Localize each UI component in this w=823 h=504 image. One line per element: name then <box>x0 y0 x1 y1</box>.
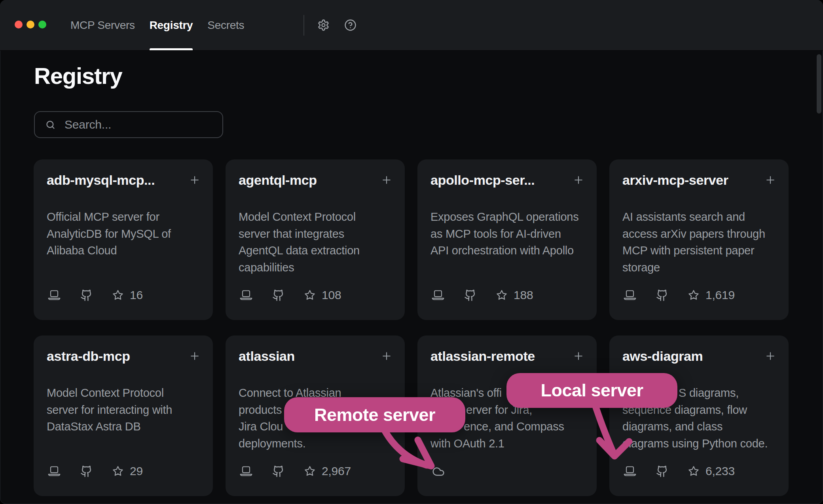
star-icon <box>112 466 123 477</box>
maximize-window-button[interactable] <box>38 21 46 28</box>
card-footer: 188 <box>431 288 533 302</box>
star-count: 188 <box>514 288 533 302</box>
server-name: atlassian-remote <box>430 347 535 365</box>
help-icon[interactable] <box>344 19 357 31</box>
server-description: Model Context Protocolserver for interac… <box>47 385 202 435</box>
toolbar-divider <box>303 15 304 36</box>
cloud-icon <box>431 465 446 478</box>
card-description-line: with OAuth 2.1 <box>430 435 586 452</box>
search-box <box>34 111 223 138</box>
card-description-line: erver for Jira, <box>430 402 586 419</box>
github-icon[interactable] <box>464 289 476 301</box>
card-footer: 29 <box>47 464 143 478</box>
server-card[interactable]: agentql-mcp Model Context Protocolserver… <box>226 159 405 320</box>
search-icon <box>45 119 56 130</box>
card-footer: 2,967 <box>239 464 351 478</box>
laptop-icon <box>47 289 61 301</box>
server-description: Connect to AtlassianproductsJira Cloudep… <box>239 385 394 452</box>
star-count: 2,967 <box>322 464 351 478</box>
main-nav-tabs: MCP Servers Registry Secrets <box>70 0 244 50</box>
card-grid: adb-mysql-mcp... Official MCP server for… <box>34 159 789 496</box>
card-description-line: AgentQL data extraction <box>239 242 394 259</box>
server-name: atlassian <box>239 347 295 365</box>
star-icon <box>688 466 699 477</box>
add-server-button[interactable] <box>764 174 776 186</box>
github-icon[interactable] <box>272 289 284 301</box>
tab-secrets[interactable]: Secrets <box>207 0 244 50</box>
card-description-line: server that integrates <box>239 225 394 243</box>
search-input[interactable] <box>64 118 217 131</box>
server-card[interactable]: atlassian-remote Atlassian's offierver f… <box>417 335 597 496</box>
server-name: astra-db-mcp <box>47 347 130 365</box>
card-footer: 108 <box>239 288 341 302</box>
server-card[interactable]: adb-mysql-mcp... Official MCP server for… <box>34 159 213 320</box>
star-icon <box>688 290 699 301</box>
laptop-icon <box>47 465 61 477</box>
star-count: 6,233 <box>705 464 735 478</box>
card-description-line: storage <box>622 259 777 276</box>
star-count: 1,619 <box>705 288 735 302</box>
gear-icon[interactable] <box>317 19 330 31</box>
server-name: apollo-mcp-ser... <box>430 171 535 189</box>
card-description-line: Atlassian's offi <box>430 385 586 402</box>
server-card[interactable]: aws-diagram S diagrams,sequence diagrams… <box>609 335 789 496</box>
github-icon[interactable] <box>80 289 93 301</box>
add-server-button[interactable] <box>573 174 584 186</box>
card-description-line: diagrams using Python code. <box>622 435 777 452</box>
card-description-line: server for interacting with <box>47 402 202 419</box>
card-description-line: products <box>239 402 394 419</box>
card-description-line: Model Context Protocol <box>47 385 202 402</box>
card-description-line: Connect to Atlassian <box>239 385 394 402</box>
add-server-button[interactable] <box>381 174 393 186</box>
card-description-line: AI assistants search and <box>622 208 777 225</box>
tab-registry[interactable]: Registry <box>150 0 193 50</box>
server-name: adb-mysql-mcp... <box>47 171 155 189</box>
tab-mcp-servers[interactable]: MCP Servers <box>70 0 135 50</box>
card-description-line: MCP with persistent paper <box>622 242 777 259</box>
card-description-line: sequence diagrams, flow <box>622 402 777 419</box>
server-name: agentql-mcp <box>239 171 317 189</box>
server-description: Exposes GraphQL operationsas MCP tools f… <box>430 208 586 259</box>
card-description-line: diagrams, and class <box>622 418 777 435</box>
server-card[interactable]: arxiv-mcp-server AI assistants search an… <box>609 159 789 320</box>
github-icon[interactable] <box>656 465 668 477</box>
minimize-window-button[interactable] <box>27 21 34 28</box>
server-name: aws-diagram <box>622 347 703 365</box>
github-icon[interactable] <box>656 289 668 301</box>
card-description-line: Alibaba Cloud <box>47 242 202 259</box>
laptop-icon <box>623 465 637 477</box>
close-window-button[interactable] <box>15 21 23 28</box>
star-count: 29 <box>130 464 143 478</box>
star-count: 16 <box>130 288 143 302</box>
card-footer: 6,233 <box>623 464 735 478</box>
title-bar: MCP Servers Registry Secrets <box>0 0 823 51</box>
add-server-button[interactable] <box>764 350 776 362</box>
server-description: Official MCP server forAnalyticDB for My… <box>47 208 202 259</box>
server-card[interactable]: apollo-mcp-ser... Exposes GraphQL operat… <box>417 159 597 320</box>
add-server-button[interactable] <box>189 350 201 362</box>
card-description-line: Jira Clou <box>239 418 394 435</box>
add-server-button[interactable] <box>573 350 584 362</box>
github-icon[interactable] <box>272 465 284 477</box>
star-icon <box>112 290 123 301</box>
star-count: 108 <box>322 288 341 302</box>
github-icon[interactable] <box>80 465 93 477</box>
card-description-line: Model Context Protocol <box>239 208 394 225</box>
card-description-line: capabilities <box>239 259 394 276</box>
card-description-line: AnalyticDB for MySQL of <box>47 225 202 243</box>
laptop-icon <box>239 465 253 477</box>
server-name: arxiv-mcp-server <box>622 171 728 189</box>
app-window: MCP Servers Registry Secrets Registry ad… <box>0 0 823 504</box>
add-server-button[interactable] <box>189 174 201 186</box>
page-title: Registry <box>34 63 122 89</box>
card-description-line: Exposes GraphQL operations <box>430 208 586 225</box>
card-description-line: deployments. <box>239 435 394 452</box>
server-card[interactable]: atlassian Connect to AtlassianproductsJi… <box>226 335 405 496</box>
card-description-line: as MCP tools for AI-driven <box>430 225 586 243</box>
star-icon <box>304 290 315 301</box>
window-controls <box>15 21 46 28</box>
scrollbar-thumb[interactable] <box>817 54 821 114</box>
server-card[interactable]: astra-db-mcp Model Context Protocolserve… <box>34 335 213 496</box>
add-server-button[interactable] <box>381 350 393 362</box>
card-description-line: access arXiv papers through <box>622 225 777 243</box>
